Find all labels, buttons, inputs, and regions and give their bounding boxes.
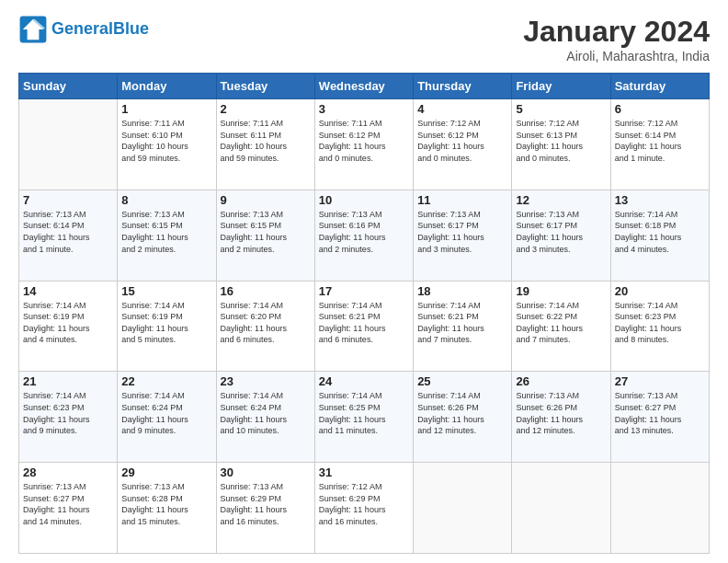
day-number: 17 — [319, 284, 409, 298]
header-monday: Monday — [118, 74, 216, 99]
calendar-cell: 14Sunrise: 7:14 AM Sunset: 6:19 PM Dayli… — [19, 281, 118, 372]
day-number: 4 — [417, 102, 507, 116]
calendar-week-row: 21Sunrise: 7:14 AM Sunset: 6:23 PM Dayli… — [19, 372, 710, 463]
calendar-cell: 7Sunrise: 7:13 AM Sunset: 6:14 PM Daylig… — [19, 190, 118, 281]
day-number: 21 — [23, 374, 113, 388]
calendar-cell: 23Sunrise: 7:14 AM Sunset: 6:24 PM Dayli… — [216, 372, 314, 463]
calendar-table: Sunday Monday Tuesday Wednesday Thursday… — [18, 73, 710, 554]
day-number: 23 — [221, 374, 311, 388]
day-info: Sunrise: 7:12 AM Sunset: 6:14 PM Dayligh… — [615, 118, 705, 164]
calendar-header: Sunday Monday Tuesday Wednesday Thursday… — [19, 74, 710, 99]
calendar-cell: 15Sunrise: 7:14 AM Sunset: 6:19 PM Dayli… — [118, 281, 216, 372]
day-info: Sunrise: 7:13 AM Sunset: 6:16 PM Dayligh… — [319, 209, 409, 255]
calendar-cell: 24Sunrise: 7:14 AM Sunset: 6:25 PM Dayli… — [314, 372, 413, 463]
day-info: Sunrise: 7:13 AM Sunset: 6:15 PM Dayligh… — [121, 209, 211, 255]
day-number: 26 — [516, 374, 606, 388]
calendar-cell: 26Sunrise: 7:13 AM Sunset: 6:26 PM Dayli… — [512, 372, 610, 463]
calendar-cell: 3Sunrise: 7:11 AM Sunset: 6:12 PM Daylig… — [314, 99, 413, 190]
day-number: 6 — [615, 102, 705, 116]
calendar-cell: 30Sunrise: 7:13 AM Sunset: 6:29 PM Dayli… — [216, 463, 314, 554]
day-info: Sunrise: 7:14 AM Sunset: 6:21 PM Dayligh… — [319, 300, 409, 346]
calendar-cell: 12Sunrise: 7:13 AM Sunset: 6:17 PM Dayli… — [512, 190, 610, 281]
day-number: 29 — [121, 465, 211, 479]
page: GeneralBlue January 2024 Airoli, Maharas… — [0, 0, 728, 563]
logo: GeneralBlue — [18, 15, 149, 44]
calendar-cell: 2Sunrise: 7:11 AM Sunset: 6:11 PM Daylig… — [216, 99, 314, 190]
day-number: 20 — [615, 284, 705, 298]
day-number: 16 — [221, 284, 311, 298]
day-number: 1 — [121, 102, 211, 116]
day-info: Sunrise: 7:14 AM Sunset: 6:26 PM Dayligh… — [417, 390, 507, 436]
day-info: Sunrise: 7:13 AM Sunset: 6:17 PM Dayligh… — [516, 209, 606, 255]
month-title: January 2024 — [523, 15, 710, 49]
calendar-week-row: 28Sunrise: 7:13 AM Sunset: 6:27 PM Dayli… — [19, 463, 710, 554]
calendar-cell: 9Sunrise: 7:13 AM Sunset: 6:15 PM Daylig… — [216, 190, 314, 281]
logo-text: GeneralBlue — [51, 20, 149, 39]
day-info: Sunrise: 7:12 AM Sunset: 6:29 PM Dayligh… — [319, 481, 409, 527]
calendar-cell — [512, 463, 610, 554]
day-info: Sunrise: 7:11 AM Sunset: 6:11 PM Dayligh… — [221, 118, 311, 164]
day-number: 18 — [417, 284, 507, 298]
calendar-cell: 18Sunrise: 7:14 AM Sunset: 6:21 PM Dayli… — [414, 281, 512, 372]
logo-icon — [18, 15, 48, 44]
calendar-cell — [19, 99, 118, 190]
calendar-cell: 13Sunrise: 7:14 AM Sunset: 6:18 PM Dayli… — [610, 190, 709, 281]
calendar-cell: 28Sunrise: 7:13 AM Sunset: 6:27 PM Dayli… — [19, 463, 118, 554]
day-info: Sunrise: 7:11 AM Sunset: 6:10 PM Dayligh… — [121, 118, 211, 164]
day-info: Sunrise: 7:14 AM Sunset: 6:20 PM Dayligh… — [221, 300, 311, 346]
calendar-cell: 22Sunrise: 7:14 AM Sunset: 6:24 PM Dayli… — [118, 372, 216, 463]
day-info: Sunrise: 7:14 AM Sunset: 6:24 PM Dayligh… — [221, 390, 311, 436]
header-wednesday: Wednesday — [314, 74, 413, 99]
calendar-cell: 31Sunrise: 7:12 AM Sunset: 6:29 PM Dayli… — [314, 463, 413, 554]
day-number: 25 — [417, 374, 507, 388]
day-number: 19 — [516, 284, 606, 298]
day-number: 2 — [221, 102, 311, 116]
header-saturday: Saturday — [610, 74, 709, 99]
day-info: Sunrise: 7:12 AM Sunset: 6:12 PM Dayligh… — [417, 118, 507, 164]
day-info: Sunrise: 7:14 AM Sunset: 6:24 PM Dayligh… — [121, 390, 211, 436]
calendar-cell: 16Sunrise: 7:14 AM Sunset: 6:20 PM Dayli… — [216, 281, 314, 372]
day-number: 28 — [23, 465, 113, 479]
day-info: Sunrise: 7:12 AM Sunset: 6:13 PM Dayligh… — [516, 118, 606, 164]
day-number: 5 — [516, 102, 606, 116]
calendar-cell: 20Sunrise: 7:14 AM Sunset: 6:23 PM Dayli… — [610, 281, 709, 372]
header-sunday: Sunday — [19, 74, 118, 99]
calendar-cell: 25Sunrise: 7:14 AM Sunset: 6:26 PM Dayli… — [414, 372, 512, 463]
day-info: Sunrise: 7:14 AM Sunset: 6:19 PM Dayligh… — [121, 300, 211, 346]
calendar-cell — [414, 463, 512, 554]
calendar-cell: 21Sunrise: 7:14 AM Sunset: 6:23 PM Dayli… — [19, 372, 118, 463]
day-info: Sunrise: 7:13 AM Sunset: 6:27 PM Dayligh… — [615, 390, 705, 436]
day-number: 9 — [221, 193, 311, 207]
day-number: 22 — [121, 374, 211, 388]
day-info: Sunrise: 7:14 AM Sunset: 6:25 PM Dayligh… — [319, 390, 409, 436]
day-number: 8 — [121, 193, 211, 207]
day-number: 30 — [221, 465, 311, 479]
day-info: Sunrise: 7:13 AM Sunset: 6:28 PM Dayligh… — [121, 481, 211, 527]
weekday-header-row: Sunday Monday Tuesday Wednesday Thursday… — [19, 74, 710, 99]
header-friday: Friday — [512, 74, 610, 99]
calendar-cell: 5Sunrise: 7:12 AM Sunset: 6:13 PM Daylig… — [512, 99, 610, 190]
header-thursday: Thursday — [414, 74, 512, 99]
day-info: Sunrise: 7:14 AM Sunset: 6:22 PM Dayligh… — [516, 300, 606, 346]
calendar-body: 1Sunrise: 7:11 AM Sunset: 6:10 PM Daylig… — [19, 99, 710, 554]
day-info: Sunrise: 7:13 AM Sunset: 6:15 PM Dayligh… — [221, 209, 311, 255]
calendar-cell: 8Sunrise: 7:13 AM Sunset: 6:15 PM Daylig… — [118, 190, 216, 281]
header: GeneralBlue January 2024 Airoli, Maharas… — [18, 15, 710, 63]
calendar-cell: 6Sunrise: 7:12 AM Sunset: 6:14 PM Daylig… — [610, 99, 709, 190]
calendar-cell: 19Sunrise: 7:14 AM Sunset: 6:22 PM Dayli… — [512, 281, 610, 372]
title-section: January 2024 Airoli, Maharashtra, India — [523, 15, 710, 63]
day-number: 24 — [319, 374, 409, 388]
calendar-cell — [610, 463, 709, 554]
calendar-week-row: 1Sunrise: 7:11 AM Sunset: 6:10 PM Daylig… — [19, 99, 710, 190]
calendar-cell: 10Sunrise: 7:13 AM Sunset: 6:16 PM Dayli… — [314, 190, 413, 281]
day-info: Sunrise: 7:13 AM Sunset: 6:26 PM Dayligh… — [516, 390, 606, 436]
calendar-cell: 29Sunrise: 7:13 AM Sunset: 6:28 PM Dayli… — [118, 463, 216, 554]
day-number: 3 — [319, 102, 409, 116]
calendar-week-row: 7Sunrise: 7:13 AM Sunset: 6:14 PM Daylig… — [19, 190, 710, 281]
day-number: 12 — [516, 193, 606, 207]
calendar-week-row: 14Sunrise: 7:14 AM Sunset: 6:19 PM Dayli… — [19, 281, 710, 372]
calendar-cell: 17Sunrise: 7:14 AM Sunset: 6:21 PM Dayli… — [314, 281, 413, 372]
calendar-cell: 11Sunrise: 7:13 AM Sunset: 6:17 PM Dayli… — [414, 190, 512, 281]
day-info: Sunrise: 7:11 AM Sunset: 6:12 PM Dayligh… — [319, 118, 409, 164]
day-number: 31 — [319, 465, 409, 479]
